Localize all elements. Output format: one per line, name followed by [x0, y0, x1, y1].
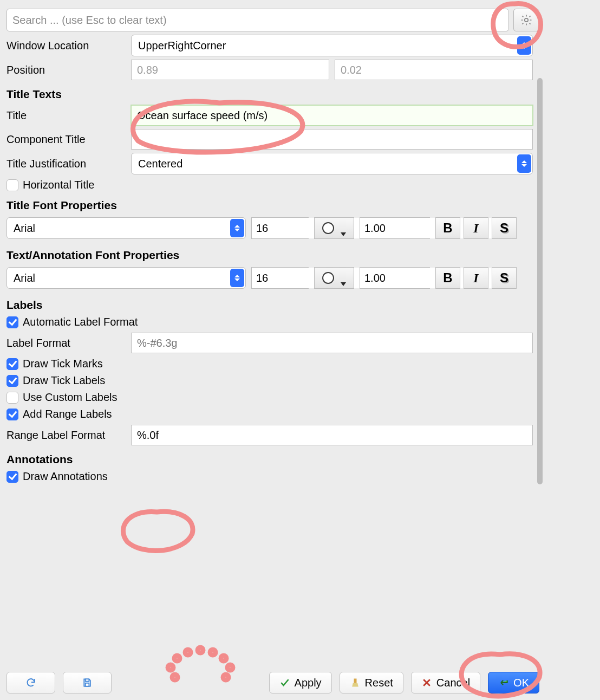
svg-point-5	[210, 650, 216, 655]
label-format-label: Label Format	[6, 337, 127, 349]
auto-label-format-label: Automatic Label Format	[23, 316, 138, 328]
section-text-font: Text/Annotation Font Properties	[6, 249, 533, 262]
component-title-input[interactable]	[131, 129, 533, 150]
chevrons-icon	[517, 154, 531, 173]
draw-tick-marks-label: Draw Tick Marks	[23, 358, 103, 370]
text-font-family-value: Arial	[14, 272, 35, 284]
return-arrow-icon	[498, 677, 509, 688]
circle-icon	[322, 222, 334, 234]
svg-rect-1	[86, 679, 89, 681]
text-font-size[interactable]	[251, 267, 309, 289]
title-italic-button[interactable]: I	[464, 217, 488, 239]
text-font-row: Arial B I S	[6, 267, 533, 289]
text-italic-button[interactable]: I	[464, 267, 488, 289]
chevrons-icon	[230, 219, 244, 237]
text-font-color-button[interactable]	[314, 267, 354, 289]
svg-point-4	[198, 647, 203, 653]
svg-point-8	[174, 656, 180, 661]
draw-tick-marks-checkbox[interactable]	[6, 358, 18, 370]
chevrons-icon	[517, 36, 531, 55]
title-justification-label: Title Justification	[6, 158, 127, 170]
window-location-value: UpperRightCorner	[138, 40, 226, 52]
title-font-size[interactable]	[251, 217, 309, 239]
title-font-family-select[interactable]: Arial	[6, 217, 246, 239]
range-label-format-label: Range Label Format	[6, 429, 127, 442]
save-icon	[82, 677, 93, 688]
reset-label: Reset	[365, 677, 393, 689]
position-label: Position	[6, 64, 127, 76]
svg-point-9	[227, 665, 233, 670]
chevrons-icon	[230, 269, 244, 287]
check-icon	[279, 677, 290, 688]
text-font-opacity[interactable]	[360, 267, 430, 289]
title-font-family-value: Arial	[14, 222, 35, 235]
section-title-texts: Title Texts	[6, 88, 533, 101]
draw-tick-labels-checkbox[interactable]	[6, 375, 18, 387]
svg-point-0	[525, 18, 528, 22]
title-font-opacity[interactable]	[360, 217, 430, 239]
position-y-input[interactable]	[335, 60, 533, 80]
position-x-input[interactable]	[131, 60, 329, 80]
text-bold-button[interactable]: B	[435, 267, 460, 289]
reset-button[interactable]: Reset	[340, 672, 403, 693]
properties-panel: Window Location UpperRightCorner Positio…	[6, 9, 539, 487]
draw-annotations-checkbox[interactable]	[6, 471, 18, 483]
refresh-icon	[25, 677, 36, 688]
use-custom-labels-checkbox[interactable]	[6, 392, 18, 404]
cancel-button[interactable]: Cancel	[411, 672, 480, 693]
add-range-labels-label: Add Range Labels	[23, 408, 112, 420]
annotation-range-circle	[114, 507, 200, 555]
section-annotations: Annotations	[6, 453, 533, 466]
use-custom-labels-label: Use Custom Labels	[23, 391, 118, 404]
reload-button[interactable]	[6, 672, 55, 693]
svg-point-6	[185, 650, 191, 655]
title-justification-select[interactable]: Centered	[131, 153, 533, 174]
text-font-family-select[interactable]: Arial	[6, 267, 246, 289]
title-justification-value: Centered	[138, 158, 182, 170]
ok-button[interactable]: OK	[488, 672, 539, 693]
search-input[interactable]	[6, 9, 509, 31]
apply-button[interactable]: Apply	[269, 672, 332, 693]
ok-label: OK	[513, 677, 529, 689]
draw-annotations-label: Draw Annotations	[23, 470, 108, 483]
title-input[interactable]	[131, 105, 533, 126]
dropdown-triangle-icon	[341, 282, 346, 286]
dropdown-triangle-icon	[341, 232, 346, 236]
component-title-label: Component Title	[6, 133, 127, 146]
section-labels: Labels	[6, 299, 533, 312]
brush-icon	[350, 677, 361, 688]
title-font-row: Arial B I S	[6, 217, 533, 239]
title-bold-button[interactable]: B	[435, 217, 460, 239]
label-format-input[interactable]	[131, 333, 533, 353]
draw-tick-labels-label: Draw Tick Labels	[23, 374, 105, 387]
settings-gear-button[interactable]	[513, 9, 539, 31]
horizontal-title-label: Horizontal Title	[23, 179, 94, 191]
dialog-button-bar: Apply Reset Cancel OK	[6, 672, 539, 693]
save-button[interactable]	[63, 672, 112, 693]
circle-icon	[322, 272, 334, 284]
text-shadow-button[interactable]: S	[492, 267, 517, 289]
gear-icon	[520, 14, 533, 27]
window-location-label: Window Location	[6, 40, 127, 52]
cancel-label: Cancel	[436, 677, 470, 689]
title-shadow-button[interactable]: S	[492, 217, 517, 239]
svg-point-10	[168, 665, 173, 670]
auto-label-format-checkbox[interactable]	[6, 316, 18, 328]
horizontal-title-checkbox[interactable]	[6, 179, 18, 191]
title-label: Title	[6, 109, 127, 122]
svg-rect-3	[354, 679, 356, 683]
scrollable-properties[interactable]: Window Location UpperRightCorner Positio…	[6, 35, 539, 483]
svg-point-7	[221, 656, 226, 661]
svg-rect-2	[86, 683, 89, 686]
window-location-select[interactable]: UpperRightCorner	[131, 35, 533, 56]
apply-label: Apply	[295, 677, 322, 689]
add-range-labels-checkbox[interactable]	[6, 409, 18, 420]
title-font-color-button[interactable]	[314, 217, 354, 239]
x-icon	[421, 677, 432, 688]
scrollbar-thumb[interactable]	[537, 78, 543, 484]
section-title-font: Title Font Properties	[6, 199, 533, 212]
range-label-format-input[interactable]	[131, 425, 533, 445]
